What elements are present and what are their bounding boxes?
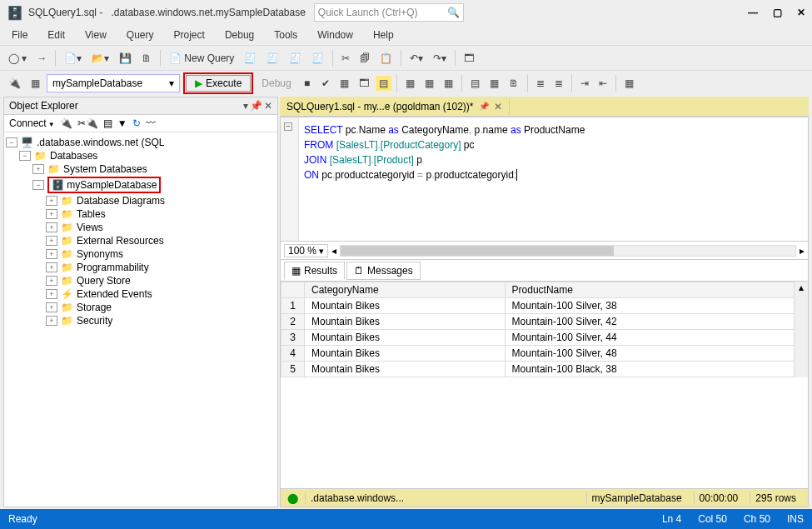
horizontal-scrollbar[interactable]: [340, 245, 796, 257]
system-databases-node[interactable]: System Databases: [63, 163, 147, 175]
xmla-button[interactable]: 🧾: [286, 51, 305, 66]
comment-button[interactable]: ≣: [533, 76, 548, 91]
stop-icon[interactable]: ▤: [103, 117, 112, 129]
database-selector-value: mySampleDatabase: [52, 77, 142, 89]
results-grid-button[interactable]: ▦: [486, 76, 502, 91]
menu-view[interactable]: View: [77, 27, 115, 42]
query-store-node[interactable]: Query Store: [77, 275, 131, 287]
messages-tab[interactable]: 🗒Messages: [346, 262, 421, 280]
security-node[interactable]: Security: [77, 315, 112, 327]
tables-node[interactable]: Tables: [77, 208, 106, 220]
refresh-icon[interactable]: ↻: [132, 117, 141, 129]
mdx-button[interactable]: 🧾: [241, 51, 260, 66]
autohide-icon[interactable]: ▾: [243, 100, 248, 112]
nav-fwd-button[interactable]: →: [33, 51, 50, 66]
databases-node[interactable]: Databases: [50, 150, 97, 162]
quick-launch-input[interactable]: Quick Launch (Ctrl+Q) 🔍: [314, 3, 464, 22]
document-tab-label: SQLQuery1.sql - my...e (pgoldman (102))*: [286, 101, 474, 112]
col-categoryname[interactable]: CategoryName: [305, 282, 506, 298]
new-query-button[interactable]: 📄 New Query: [166, 51, 237, 66]
views-node[interactable]: Views: [77, 222, 103, 233]
pin-icon[interactable]: 📌: [479, 102, 489, 111]
results-text-button[interactable]: ▤: [467, 76, 483, 91]
actual-plan-button[interactable]: ▦: [402, 76, 418, 91]
close-button[interactable]: ✕: [797, 7, 805, 18]
specify-values-button[interactable]: ▦: [621, 76, 637, 91]
properties-button[interactable]: 🗔: [461, 51, 477, 66]
results-file-button[interactable]: 🗎: [506, 76, 522, 91]
save-button[interactable]: 💾: [116, 51, 135, 66]
maximize-button[interactable]: ▢: [773, 7, 782, 18]
table-row: 3Mountain BikesMountain-100 Silver, 44: [281, 330, 795, 346]
live-stats-button[interactable]: ▦: [421, 76, 437, 91]
menu-project[interactable]: Project: [166, 27, 213, 42]
parse-button[interactable]: ✔: [318, 76, 333, 91]
mysampledatabase-node[interactable]: mySampleDatabase: [67, 179, 157, 191]
results-grid[interactable]: CategoryNameProductName 1Mountain BikesM…: [280, 282, 809, 489]
dax-button[interactable]: 🧾: [308, 51, 327, 66]
storage-node[interactable]: Storage: [77, 302, 112, 313]
disconnect-icon[interactable]: 🔌: [60, 117, 72, 129]
menu-debug[interactable]: Debug: [217, 27, 262, 42]
results-tab[interactable]: ▦Results: [284, 262, 345, 280]
server-node[interactable]: .database.windows.net (SQL: [37, 137, 164, 148]
paste-button[interactable]: 📋: [376, 51, 396, 66]
open-file-button[interactable]: 📂▾: [88, 51, 112, 66]
outdent-button[interactable]: ⇤: [595, 76, 610, 91]
folder-icon: 📁: [61, 208, 73, 220]
minimize-button[interactable]: —: [748, 7, 758, 18]
new-project-button[interactable]: 📄▾: [61, 51, 85, 66]
db-diagrams-node[interactable]: Database Diagrams: [77, 195, 165, 207]
disconnect-all-icon[interactable]: ✂🔌: [77, 117, 98, 129]
redo-button[interactable]: ↷▾: [430, 51, 450, 66]
collapse-icon[interactable]: −: [284, 122, 292, 131]
indent-button[interactable]: ⇥: [577, 76, 592, 91]
messages-icon: 🗒: [354, 265, 364, 277]
uncomment-button[interactable]: ≣: [551, 76, 566, 91]
dmx-button[interactable]: 🧾: [263, 51, 282, 66]
object-explorer-tree[interactable]: −🖥️.database.windows.net (SQL −📁Database…: [4, 132, 277, 331]
menu-tools[interactable]: Tools: [266, 27, 306, 42]
editor-pane: SQLQuery1.sql - my...e (pgoldman (102))*…: [280, 97, 809, 507]
chevron-down-icon: ▾: [169, 77, 174, 89]
database-selector[interactable]: mySampleDatabase ▾: [47, 74, 180, 92]
vertical-scrollbar[interactable]: ▴: [795, 282, 808, 377]
col-productname[interactable]: ProductName: [505, 282, 794, 298]
document-tabstrip: SQLQuery1.sql - my...e (pgoldman (102))*…: [280, 97, 809, 117]
scroll-left-icon[interactable]: ◂: [331, 245, 336, 257]
folder-icon: 📁: [34, 150, 47, 162]
close-panel-icon[interactable]: ✕: [264, 100, 272, 112]
change-connection-button[interactable]: 🔌: [5, 76, 24, 91]
query-options-button[interactable]: 🗔: [356, 76, 372, 91]
extended-events-node[interactable]: Extended Events: [77, 288, 152, 300]
copy-button[interactable]: 🗐: [356, 51, 373, 66]
undo-button[interactable]: ↶▾: [406, 51, 426, 66]
connect-button[interactable]: Connect: [9, 117, 55, 129]
stop-button[interactable]: ■: [300, 76, 315, 91]
save-all-button[interactable]: 🗎: [138, 51, 155, 66]
menu-file[interactable]: File: [3, 27, 36, 42]
programmability-node[interactable]: Programmability: [77, 262, 149, 273]
debug-button[interactable]: Debug: [257, 77, 296, 89]
menu-edit[interactable]: Edit: [39, 27, 73, 42]
estimated-plan-button[interactable]: ▦: [336, 76, 352, 91]
client-stats-button[interactable]: ▦: [441, 76, 456, 91]
cut-button[interactable]: ✂: [338, 51, 353, 66]
document-tab[interactable]: SQLQuery1.sql - my...e (pgoldman (102))*…: [280, 98, 510, 115]
filter-icon[interactable]: ▼: [117, 117, 127, 129]
close-tab-icon[interactable]: ✕: [494, 101, 502, 112]
pin-icon[interactable]: 📌: [250, 100, 262, 112]
menu-query[interactable]: Query: [118, 27, 162, 42]
nav-back-button[interactable]: ◯ ▾: [5, 51, 30, 66]
external-resources-node[interactable]: External Resources: [77, 235, 164, 247]
menu-help[interactable]: Help: [365, 27, 402, 42]
zoom-selector[interactable]: 100 % ▾: [284, 244, 328, 257]
synonyms-node[interactable]: Synonyms: [77, 248, 123, 260]
scroll-right-icon[interactable]: ▸: [800, 245, 805, 257]
sql-editor[interactable]: − SELECT pc.Name as CategoryName, p.name…: [280, 117, 809, 242]
available-db-icon: ▦: [27, 76, 43, 91]
intellisense-button[interactable]: ▤: [376, 76, 391, 91]
menu-window[interactable]: Window: [309, 27, 361, 42]
execute-button[interactable]: ▶ Execute: [186, 75, 251, 92]
activity-icon[interactable]: 〰: [146, 117, 156, 129]
